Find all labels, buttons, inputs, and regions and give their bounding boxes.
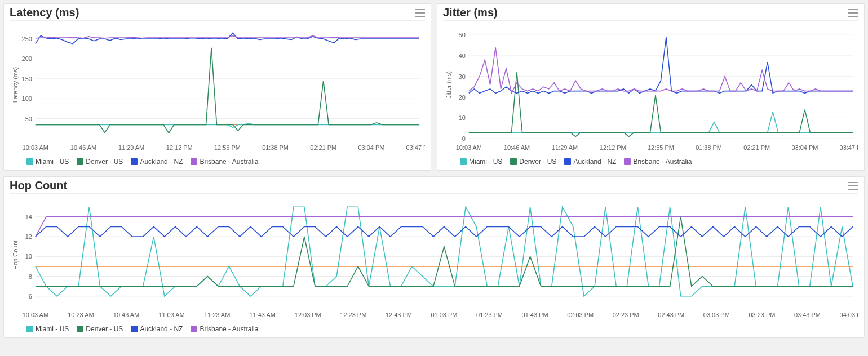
svg-text:01:43 PM: 01:43 PM <box>522 312 548 318</box>
svg-text:12:55 PM: 12:55 PM <box>648 144 674 151</box>
latency-chart: 5010015020025010:03 AM10:46 AM11:29 AM12… <box>10 21 425 155</box>
legend-label: Auckland - NZ <box>140 325 183 333</box>
svg-text:11:43 AM: 11:43 AM <box>250 312 276 318</box>
latency-title: Latency (ms) <box>10 6 79 19</box>
svg-text:01:03 PM: 01:03 PM <box>431 312 457 318</box>
svg-text:10: 10 <box>25 253 32 260</box>
svg-text:10:46 AM: 10:46 AM <box>70 144 96 151</box>
svg-text:11:29 AM: 11:29 AM <box>552 144 578 151</box>
legend-item-brisbane[interactable]: Brisbane - Australia <box>191 325 258 333</box>
svg-text:03:47 PM: 03:47 PM <box>406 144 425 151</box>
legend-label: Denver - US <box>519 158 556 166</box>
svg-text:02:03 PM: 02:03 PM <box>567 312 594 318</box>
legend-label: Auckland - NZ <box>140 158 183 166</box>
svg-text:10:03 AM: 10:03 AM <box>23 144 48 151</box>
svg-text:10:46 AM: 10:46 AM <box>504 144 530 151</box>
svg-text:30: 30 <box>459 73 466 80</box>
legend-label: Brisbane - Australia <box>633 158 692 166</box>
menu-icon[interactable] <box>415 9 425 17</box>
svg-text:20: 20 <box>459 94 466 101</box>
svg-text:50: 50 <box>459 32 466 38</box>
latency-panel: Latency (ms) 5010015020025010:03 AM10:46… <box>3 3 431 171</box>
legend-label: Auckland - NZ <box>573 158 616 166</box>
legend-label: Brisbane - Australia <box>200 158 258 166</box>
svg-text:03:03 PM: 03:03 PM <box>703 312 730 318</box>
svg-text:40: 40 <box>459 52 466 59</box>
legend-label: Miami - US <box>469 158 502 166</box>
jitter-chart: 0102030405010:03 AM10:46 AM11:29 AM12:12… <box>443 21 858 155</box>
latency-legend: Miami - USDenver - USAuckland - NZBrisba… <box>10 155 425 166</box>
svg-text:Latency (ms): Latency (ms) <box>12 67 19 103</box>
svg-text:Jitter (ms): Jitter (ms) <box>445 71 452 99</box>
legend-item-auckland[interactable]: Auckland - NZ <box>564 158 616 166</box>
legend-item-miami[interactable]: Miami - US <box>26 158 69 166</box>
jitter-legend: Miami - USDenver - USAuckland - NZBrisba… <box>443 155 858 166</box>
svg-text:Hop Count: Hop Count <box>12 241 19 270</box>
legend-label: Miami - US <box>36 325 69 333</box>
legend-label: Brisbane - Australia <box>200 325 258 333</box>
svg-text:01:23 PM: 01:23 PM <box>476 312 503 318</box>
svg-text:10:23 AM: 10:23 AM <box>68 312 94 318</box>
svg-text:04:03 PM: 04:03 PM <box>840 312 858 318</box>
svg-text:6: 6 <box>29 293 32 300</box>
svg-text:01:38 PM: 01:38 PM <box>262 144 289 151</box>
svg-text:11:03 AM: 11:03 AM <box>158 312 184 318</box>
hop-panel: Hop Count 6810121410:03 AM10:23 AM10:43 … <box>3 176 865 338</box>
svg-text:03:23 PM: 03:23 PM <box>749 312 775 318</box>
svg-text:02:21 PM: 02:21 PM <box>310 144 336 151</box>
svg-text:50: 50 <box>25 115 32 122</box>
svg-text:100: 100 <box>22 95 32 102</box>
hop-legend: Miami - USDenver - USAuckland - NZBrisba… <box>10 323 858 333</box>
svg-text:03:47 PM: 03:47 PM <box>840 144 858 151</box>
svg-text:0: 0 <box>462 135 466 142</box>
svg-text:8: 8 <box>29 273 32 280</box>
svg-text:12:12 PM: 12:12 PM <box>600 144 626 151</box>
svg-text:10: 10 <box>459 114 466 121</box>
legend-label: Denver - US <box>86 158 123 166</box>
legend-item-denver[interactable]: Denver - US <box>77 325 123 333</box>
legend-item-brisbane[interactable]: Brisbane - Australia <box>624 158 692 166</box>
svg-text:10:43 AM: 10:43 AM <box>113 312 139 318</box>
svg-text:200: 200 <box>22 55 32 62</box>
svg-text:10:03 AM: 10:03 AM <box>23 312 48 318</box>
svg-text:12:55 PM: 12:55 PM <box>214 144 241 151</box>
svg-text:14: 14 <box>25 213 32 220</box>
svg-text:150: 150 <box>22 75 32 82</box>
legend-label: Denver - US <box>86 325 123 333</box>
svg-text:03:43 PM: 03:43 PM <box>794 312 821 318</box>
svg-text:11:29 AM: 11:29 AM <box>118 144 144 151</box>
svg-text:12:12 PM: 12:12 PM <box>166 144 193 151</box>
legend-item-denver[interactable]: Denver - US <box>77 158 123 166</box>
hop-chart: 6810121410:03 AM10:23 AM10:43 AM11:03 AM… <box>10 194 858 323</box>
menu-icon[interactable] <box>848 9 858 17</box>
svg-text:250: 250 <box>22 35 32 42</box>
svg-text:02:21 PM: 02:21 PM <box>743 144 770 151</box>
jitter-panel: Jitter (ms) 0102030405010:03 AM10:46 AM1… <box>437 3 865 171</box>
menu-icon[interactable] <box>848 182 858 190</box>
svg-text:12:23 PM: 12:23 PM <box>340 312 366 318</box>
hop-title: Hop Count <box>10 179 67 192</box>
svg-text:03:04 PM: 03:04 PM <box>791 144 818 151</box>
legend-item-miami[interactable]: Miami - US <box>460 158 502 166</box>
legend-label: Miami - US <box>36 158 69 166</box>
jitter-title: Jitter (ms) <box>443 6 498 19</box>
svg-text:11:23 AM: 11:23 AM <box>204 312 230 318</box>
svg-text:10:03 AM: 10:03 AM <box>456 144 482 151</box>
legend-item-auckland[interactable]: Auckland - NZ <box>131 325 183 333</box>
svg-text:12:03 PM: 12:03 PM <box>295 312 321 318</box>
svg-text:01:38 PM: 01:38 PM <box>696 144 722 151</box>
legend-item-miami[interactable]: Miami - US <box>26 325 69 333</box>
legend-item-denver[interactable]: Denver - US <box>510 158 556 166</box>
svg-text:12: 12 <box>25 233 32 240</box>
legend-item-brisbane[interactable]: Brisbane - Australia <box>191 158 258 166</box>
svg-text:02:43 PM: 02:43 PM <box>658 312 684 318</box>
legend-item-auckland[interactable]: Auckland - NZ <box>131 158 183 166</box>
svg-text:02:23 PM: 02:23 PM <box>613 312 639 318</box>
svg-text:12:43 PM: 12:43 PM <box>386 312 412 318</box>
svg-text:03:04 PM: 03:04 PM <box>358 144 384 151</box>
